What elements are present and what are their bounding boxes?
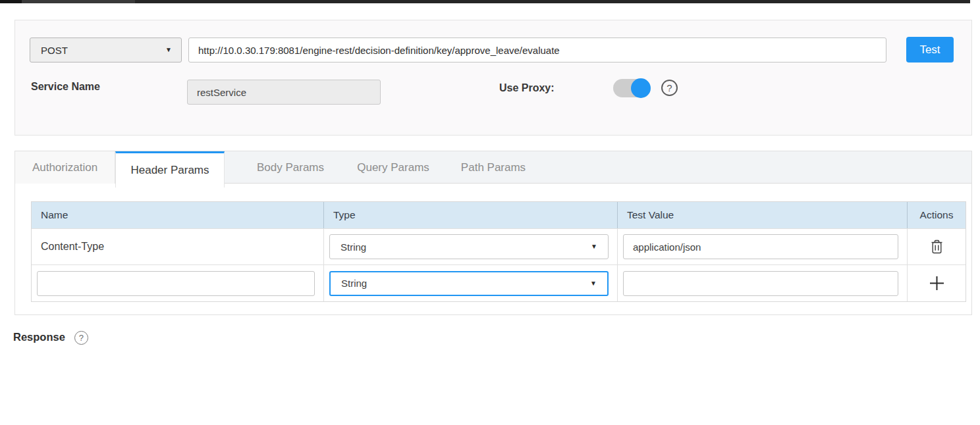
add-row-button[interactable] bbox=[929, 275, 945, 291]
request-url-input[interactable] bbox=[188, 38, 886, 63]
trash-icon bbox=[931, 239, 943, 254]
tab-authorization[interactable]: Authorization bbox=[15, 151, 115, 184]
request-config-panel: POST ▼ Test Service Name Use Proxy: ? bbox=[14, 20, 972, 136]
use-proxy-toggle[interactable] bbox=[613, 79, 650, 97]
delete-row-button[interactable] bbox=[931, 239, 943, 254]
tab-query-params[interactable]: Query Params bbox=[342, 151, 445, 184]
column-header-name: Name bbox=[32, 202, 323, 228]
param-actions-cell bbox=[907, 265, 966, 301]
chevron-down-icon: ▼ bbox=[591, 243, 597, 250]
plus-icon bbox=[929, 275, 945, 291]
param-name-cell bbox=[32, 265, 323, 301]
param-test-value-cell bbox=[617, 265, 907, 301]
param-test-value-input[interactable] bbox=[623, 234, 898, 259]
response-section: Response ? bbox=[13, 331, 88, 345]
param-type-select-focused[interactable]: String ▼ bbox=[329, 271, 609, 296]
param-name-input[interactable] bbox=[37, 271, 315, 296]
param-type-select[interactable]: String ▼ bbox=[329, 234, 609, 259]
param-type-cell: String ▼ bbox=[323, 229, 617, 264]
service-name-input[interactable] bbox=[187, 80, 381, 105]
use-proxy-label: Use Proxy: bbox=[499, 82, 555, 94]
table-header-row: Name Type Test Value Actions bbox=[32, 202, 966, 228]
chevron-down-icon: ▼ bbox=[590, 280, 597, 287]
table-row: String ▼ bbox=[32, 264, 966, 301]
tab-header-params[interactable]: Header Params bbox=[115, 151, 225, 188]
top-strip-light-segment bbox=[22, 0, 135, 3]
response-help-icon[interactable]: ? bbox=[74, 331, 88, 345]
table-row: Content-Type String ▼ bbox=[32, 228, 966, 264]
column-header-test-value: Test Value bbox=[617, 202, 907, 228]
param-test-value-input[interactable] bbox=[623, 271, 898, 296]
rest-service-config-screen: POST ▼ Test Service Name Use Proxy: ? Au… bbox=[0, 0, 980, 425]
param-type-cell: String ▼ bbox=[323, 265, 617, 301]
param-actions-cell bbox=[907, 229, 966, 264]
proxy-help-icon[interactable]: ? bbox=[661, 80, 678, 96]
http-method-value: POST bbox=[41, 45, 68, 56]
column-header-actions: Actions bbox=[907, 202, 966, 228]
response-label: Response bbox=[13, 331, 65, 343]
params-panel: Authorization Header Params Body Params … bbox=[14, 151, 972, 315]
param-test-value-cell bbox=[617, 229, 907, 264]
http-method-select[interactable]: POST ▼ bbox=[30, 38, 182, 63]
toggle-thumb bbox=[631, 78, 651, 98]
header-params-table: Name Type Test Value Actions Content-Typ… bbox=[31, 201, 966, 302]
chevron-down-icon: ▼ bbox=[165, 47, 172, 53]
top-strip-dark-segment bbox=[0, 0, 22, 3]
window-top-strip bbox=[0, 0, 970, 3]
param-type-value: String bbox=[340, 241, 366, 253]
param-type-value: String bbox=[341, 278, 367, 289]
param-name-text: Content-Type bbox=[32, 241, 104, 253]
test-button[interactable]: Test bbox=[906, 37, 954, 63]
service-name-label: Service Name bbox=[31, 81, 100, 93]
tab-path-params[interactable]: Path Params bbox=[445, 151, 542, 184]
param-name-cell: Content-Type bbox=[32, 229, 323, 264]
tab-body-params[interactable]: Body Params bbox=[239, 151, 342, 184]
column-header-type: Type bbox=[323, 202, 617, 228]
